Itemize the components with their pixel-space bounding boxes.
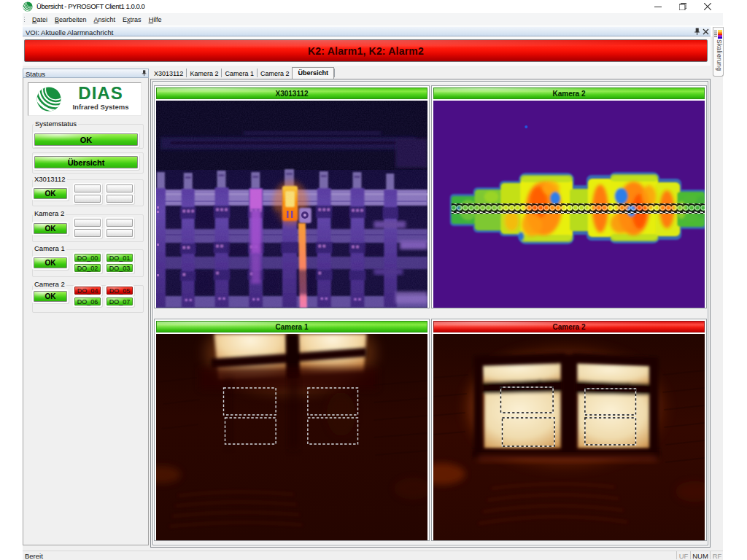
restore-icon: [679, 3, 686, 10]
tab-kamera2[interactable]: Kamera 2: [187, 69, 221, 79]
camera-view-camera1-title: Camera 1: [275, 323, 308, 331]
camera-view-x3013112: X3013112: [154, 85, 430, 308]
x3013112-indicator-2[interactable]: [74, 195, 101, 203]
camera-tab-strip: X3013112 Kamera 2 Camera 1 Camera 2 Über…: [150, 66, 711, 79]
camera1-do01[interactable]: DO_01: [107, 254, 133, 262]
camera1-do02[interactable]: DO_02: [74, 264, 101, 272]
camera2-ok-label: OK: [45, 292, 56, 300]
menu-ansicht[interactable]: Ansicht: [90, 15, 120, 24]
status-indicator-uf: UF: [678, 552, 689, 560]
close-panel-icon[interactable]: [702, 28, 710, 36]
overview-button[interactable]: Übersicht: [34, 156, 138, 168]
window-title: Übersicht - PYROSOFT Client1 1.0.0.0: [36, 2, 144, 10]
camera-view-camera2: Camera 2: [431, 319, 707, 541]
status-bar-separator: [690, 551, 691, 559]
camera1-ok-button[interactable]: OK: [34, 257, 67, 268]
x3013112-ok-label: OK: [45, 190, 56, 198]
dias-logo-icon: [36, 87, 61, 112]
tab-uebersicht[interactable]: Übersicht: [292, 67, 334, 79]
maximize-button[interactable]: [670, 0, 695, 13]
camera-view-camera1: Camera 1: [154, 319, 430, 541]
side-tab-label: Skalierung: [713, 39, 723, 75]
camera1-ok-label: OK: [45, 259, 56, 267]
group-x3013112-label: X3013112: [33, 175, 67, 183]
kamera2-indicator-1[interactable]: [107, 219, 133, 227]
group-camera1-label: Camera 1: [33, 244, 66, 252]
kamera2-ok-button[interactable]: OK: [34, 223, 67, 234]
camera2-do07[interactable]: DO_07: [107, 298, 133, 306]
voi-panel-title: VOI: Aktuelle Alarmnachricht: [26, 28, 113, 36]
kamera2-indicator-2[interactable]: [74, 229, 101, 237]
close-button[interactable]: [695, 0, 720, 13]
voi-panel-caption: [23, 26, 711, 36]
kamera2-indicator-0[interactable]: [74, 219, 101, 227]
pin-icon[interactable]: [693, 28, 701, 36]
menu-datei[interactable]: Datei: [28, 15, 51, 24]
kamera2-indicator-3[interactable]: [107, 229, 133, 237]
close-icon: [704, 3, 711, 10]
application-window: Übersicht - PYROSOFT Client1 1.0.0.0 Dat…: [0, 0, 747, 560]
group-camera2-label: Camera 2: [33, 280, 66, 288]
x3013112-ok-button[interactable]: OK: [34, 188, 67, 199]
group-systemstatus-label: Systemstatus: [34, 120, 78, 128]
camera2-ok-button[interactable]: OK: [34, 291, 67, 302]
x3013112-indicator-0[interactable]: [74, 184, 101, 192]
status-indicator-rf: RF: [711, 552, 723, 560]
status-panel-title: Status: [26, 70, 45, 78]
camera-view-x3013112-header: X3013112: [156, 88, 427, 99]
camera-view-camera2-header: Camera 2: [433, 321, 705, 332]
camera-view-camera1-header: Camera 1: [156, 321, 427, 332]
camera1-do00[interactable]: DO_00: [74, 254, 101, 262]
pin-icon[interactable]: [141, 70, 147, 77]
tab-camera2[interactable]: Camera 2: [258, 69, 293, 79]
menu-hilfe[interactable]: Hilfe: [145, 15, 166, 24]
camera-view-x3013112-title: X3013112: [275, 90, 308, 98]
thermal-image-camera1[interactable]: [156, 334, 427, 540]
camera2-do04[interactable]: DO_04: [74, 287, 101, 295]
thermal-image-camera2[interactable]: [433, 334, 705, 540]
camera2-do06[interactable]: DO_06: [74, 298, 101, 306]
alarm-banner: K2: Alarm1, K2: Alarm2: [24, 39, 708, 62]
camera2-do05[interactable]: DO_05: [107, 287, 133, 295]
camera-view-kamera2-title: Kamera 2: [552, 90, 585, 98]
status-bar-separator: [676, 551, 677, 559]
toolbar-grip[interactable]: [23, 15, 27, 23]
palette-icon: [714, 30, 722, 39]
kamera2-ok-label: OK: [45, 225, 56, 233]
minimize-button[interactable]: [646, 0, 670, 13]
status-indicator-num: NUM: [692, 552, 709, 560]
app-logo-icon: [23, 1, 33, 12]
tab-camera1[interactable]: Camera 1: [222, 69, 257, 79]
thermal-image-kamera2[interactable]: [433, 101, 705, 308]
systemstatus-ok-label: OK: [80, 136, 93, 144]
status-bar: [23, 551, 723, 560]
systemstatus-ok-button[interactable]: OK: [34, 133, 138, 146]
overview-button-label: Übersicht: [68, 158, 105, 167]
camera-view-camera2-title: Camera 2: [552, 323, 585, 331]
menu-bar: Datei Bearbeiten Ansicht Extras Hilfe: [23, 13, 723, 26]
x3013112-indicator-3[interactable]: [107, 195, 133, 203]
alarm-message: K2: Alarm1, K2: Alarm2: [308, 45, 424, 57]
camera-view-kamera2: Kamera 2: [431, 85, 707, 308]
camera-view-kamera2-header: Kamera 2: [433, 88, 705, 99]
tab-x3013112[interactable]: X3013112: [151, 69, 186, 79]
thermal-image-x3013112[interactable]: [156, 101, 427, 308]
group-kamera2-label: Kamera 2: [33, 209, 66, 217]
status-bar-ready: Bereit: [25, 552, 43, 560]
dias-logo-subtitle: Infrared Systems: [63, 103, 139, 111]
x3013112-indicator-1[interactable]: [107, 184, 133, 192]
tab-separator: [334, 69, 335, 77]
dias-logo-text: DIAS: [63, 84, 139, 103]
menu-extras[interactable]: Extras: [119, 15, 145, 24]
camera1-do03[interactable]: DO_03: [107, 264, 133, 272]
status-bar-separator: [710, 551, 711, 559]
minimize-icon: [654, 3, 662, 10]
menu-bearbeiten[interactable]: Bearbeiten: [51, 15, 90, 24]
